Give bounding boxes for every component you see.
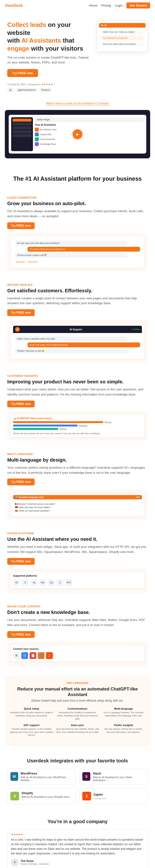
feature-card-2: U AI Support ● Online Hello! I have a qu…: [7, 320, 148, 362]
feature-btn-4[interactable]: Try FREE now: [7, 478, 35, 485]
testimonial-role-1: Head of Design, Userdesk: [21, 863, 49, 865]
logo[interactable]: UserDesk: [5, 3, 23, 8]
zapier-desc: Coming soon.: [93, 797, 107, 800]
chat-title: AI Support: [69, 328, 82, 331]
testimonial-avatar-1: Y: [11, 859, 19, 866]
watch-video-link[interactable]: Watch now to create an AI Assistant in 3…: [46, 102, 109, 105]
wordpress-text: WordPress Add an AI Assistant to your Wo…: [21, 772, 73, 781]
integration-slack[interactable]: S Slack Add an AI Assistant to your Slac…: [79, 769, 148, 785]
feature-label-5: Cross platform: [7, 532, 148, 535]
sidebar-item-1: [12, 119, 31, 122]
feature-btn-6[interactable]: Try FREE now: [7, 631, 35, 638]
feature-label-2: Instant replies: [7, 283, 148, 286]
mockup-msg-2: I'm looking for pricing info.: [101, 36, 144, 40]
feature-btn-3[interactable]: Try FREE now: [7, 401, 35, 407]
slack-logo: S: [82, 772, 90, 781]
feature-card-5: Supported platforms W S 🛍 Wx Sq Z API: [7, 569, 148, 593]
sidebar-item-5: [12, 134, 31, 137]
kb-gdocs: G: [21, 652, 28, 659]
testimonial-author-1: Y Yve Goss Head of Design, Userdesk: [11, 859, 144, 866]
plugin-icon-1: [35, 128, 39, 131]
hero-mockup: Hello! How can I help you today? I'm loo…: [97, 21, 148, 52]
lang-header: 🌍 Translate language chat! 52+: [13, 495, 142, 499]
hero-left: Collect leads on your website with AI As…: [7, 21, 92, 92]
testimonial-author-info-1: Yve Goss Head of Design, Userdesk: [21, 859, 49, 865]
integration-wordpress[interactable]: W WordPress Add an AI Assistant to your …: [7, 769, 76, 785]
slack-desc: Add an AI Assistant to your Slack worksp…: [93, 776, 132, 781]
badge-agency: agencymentor.io: [16, 88, 37, 92]
feature-label-3: Customer insights: [7, 374, 148, 377]
feature-title-4: Multi-language by design.: [7, 457, 148, 463]
feature-title-2: Get satisfied customers. Effortlessly.: [7, 288, 148, 293]
feature-btn-2[interactable]: Try FREE now: [7, 309, 35, 316]
hero-badges: g2 agencymentor.io Finance: [7, 88, 92, 92]
feature-btn-1[interactable]: Try FREE now: [7, 222, 35, 229]
zapier-name: Zapier: [93, 793, 107, 796]
reduce-item-1: Quick setup Userdesk is the no-code solu…: [10, 707, 53, 720]
feature-card-inner-6: Connect your sources N G 📄 🌐 Z: [11, 645, 144, 661]
reduce-item-title-4: 24/7 support: [10, 724, 53, 726]
kb-website: 🌐: [38, 652, 44, 659]
reduce-item-desc-6: Get user queries, Monitor the AI activit…: [102, 727, 145, 734]
shopify-name: Shopify: [22, 791, 73, 795]
demo-main: Online Plugin Your AI Assistants My Webs…: [35, 117, 144, 151]
integrations-grid: W WordPress Add an AI Assistant to your …: [7, 769, 148, 804]
nav-links: Home Pricing Login Get Started: [89, 2, 150, 8]
support-msg-3: Thanks! That was so fast 😊: [15, 348, 127, 353]
nav-login[interactable]: Login: [115, 4, 123, 7]
nav-pricing[interactable]: Pricing: [101, 4, 111, 7]
feature-desc-2: Userdesk creates a single point of conta…: [7, 296, 148, 306]
plugin-item-2: Support Bot: [35, 132, 144, 136]
integration-shopify[interactable]: S Shopify Add an AI Assistant to your Sh…: [7, 788, 76, 804]
reduce-item-3: Multi-language Our AI Language-Powered, …: [102, 707, 145, 720]
nav-cta-button[interactable]: Get Started: [126, 2, 150, 8]
mockup-dot: [104, 25, 106, 26]
mockup-header: [99, 23, 146, 28]
shopify-desc: Add an AI Assistant to your Shopify stor…: [22, 795, 70, 801]
platform-squarespace: Sq: [48, 579, 55, 586]
feature-desc-5: Whether you need a web widget, Slack app…: [7, 545, 148, 555]
plugin-item-3: Lead Generator: [35, 137, 144, 141]
chat-avatar: U: [15, 327, 20, 332]
mockup-msg-1: Hello! How can I help you today?: [101, 30, 144, 34]
testimonials-title: You're in a good company: [7, 819, 148, 825]
navbar: UserDesk Home Pricing Login Get Started: [0, 0, 155, 11]
insights-row-2: Shipping: [13, 425, 142, 427]
bar-label-1: Pricing: [104, 421, 111, 424]
platform-zapier: Z: [57, 579, 63, 586]
reduce-item-title-5: Auto-sync: [56, 724, 99, 726]
testimonial-1: ★★★★★ As a user, I was looking for ways …: [7, 829, 148, 868]
feature-label-1: Leads generation: [7, 196, 148, 199]
plugin-name-1: My Website Chat: [40, 128, 56, 131]
lang-msg-3: 🇪🇸 ¡Hola! ¿En qué puedo ayudarte?: [15, 509, 140, 512]
feature-title-1: Grow your business on auto-pilot.: [7, 200, 148, 206]
hero-section: Collect leads on your website with AI As…: [0, 11, 155, 99]
play-button[interactable]: ▶: [73, 129, 82, 139]
reduce-subtitle: Deliver instant help and ease from a mor…: [10, 699, 145, 702]
plugin-item-1: My Website Chat: [35, 128, 144, 131]
nav-home[interactable]: Home: [89, 4, 98, 7]
kb-icons: N G 📄 🌐 Z: [13, 652, 142, 659]
plugin-name-4: Knowledge Base: [40, 143, 56, 146]
lang-box: 🇫🇷 Bonjour! Comment puis-je vous aider? …: [13, 501, 142, 514]
insights-row-3: Returns: [13, 428, 142, 430]
reduce-grid-2: 24/7 support Provide constant support. A…: [10, 724, 145, 737]
reduce-item-desc-3: Our AI Language-Powered, The Assistant r…: [102, 711, 145, 717]
chat-msg-3: I'd love to book a demo call 📅: [15, 253, 127, 258]
mockup-body: Hello! How can I help you today? I'm loo…: [99, 28, 146, 50]
hero-cta-button[interactable]: Try FREE now: [7, 69, 38, 77]
mockup-dot: [101, 25, 103, 26]
reduce-item-title-2: Customizations: [56, 707, 99, 710]
feature-card-inner-5: Supported platforms W S 🛍 Wx Sq Z API: [11, 572, 144, 588]
hero-title: Collect leads on your website with AI As…: [7, 21, 92, 52]
kb-notion: N: [13, 652, 20, 659]
wordpress-desc: Add an AI Assistant to your WordPress we…: [21, 776, 66, 781]
zapier-logo: Z: [82, 792, 91, 800]
feature-btn-5[interactable]: Try FREE now: [7, 558, 35, 565]
integration-zapier[interactable]: Z Zapier Coming soon.: [79, 788, 148, 804]
demo-sidebar: [11, 117, 33, 151]
bar-1: [13, 421, 103, 423]
chat-header-2: U AI Support ● Online: [13, 326, 142, 333]
insights-row-1: Pricing: [13, 421, 142, 424]
testimonials-section: You're in a good company ★★★★★ As a user…: [0, 812, 155, 868]
